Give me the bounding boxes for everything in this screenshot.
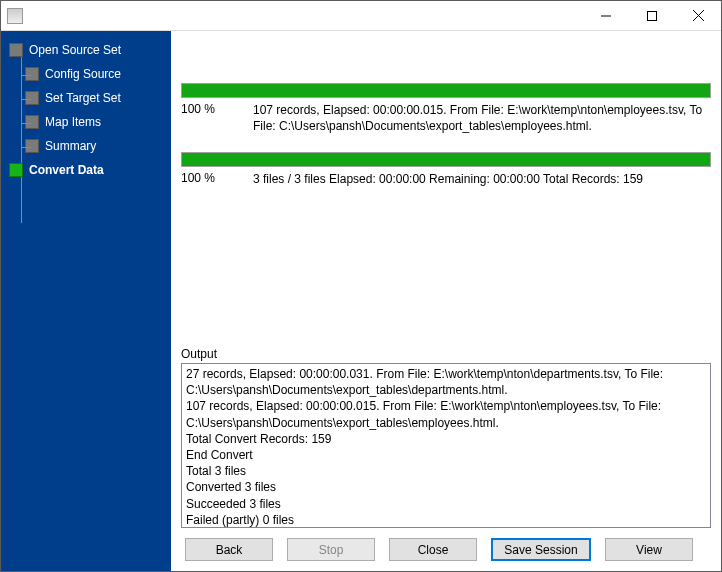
nav-label: Set Target Set [45,91,121,105]
close-window-button[interactable] [675,1,721,31]
nav-label: Open Source Set [29,43,121,57]
nav-open-source-set[interactable]: Open Source Set [9,43,163,57]
nav-map-items[interactable]: Map Items [25,115,163,129]
file-progress-text: 107 records, Elapsed: 00:00:00.015. From… [253,102,711,134]
progress-section: 100 % 107 records, Elapsed: 00:00:00.015… [181,83,711,206]
output-line: 107 records, Elapsed: 00:00:00.015. From… [186,398,706,430]
file-progress-row: 100 % 107 records, Elapsed: 00:00:00.015… [181,102,711,134]
step-box-icon [9,43,23,57]
output-line: Succeeded 3 files [186,496,706,512]
file-progress-percent: 100 % [181,102,253,116]
step-box-icon [9,163,23,177]
nav-label: Convert Data [29,163,104,177]
close-button[interactable]: Close [389,538,477,561]
main-panel: 100 % 107 records, Elapsed: 00:00:00.015… [171,31,721,571]
overall-progress-bar [181,152,711,167]
step-box-icon [25,139,39,153]
output-line: Converted 3 files [186,479,706,495]
sidebar: Open Source Set Config Source Set Target… [1,31,171,571]
output-line: Total 3 files [186,463,706,479]
nav-label: Map Items [45,115,101,129]
svg-rect-1 [648,11,657,20]
nav-label: Config Source [45,67,121,81]
save-session-button[interactable]: Save Session [491,538,591,561]
nav-set-target-set[interactable]: Set Target Set [25,91,163,105]
step-box-icon [25,115,39,129]
overall-progress-text: 3 files / 3 files Elapsed: 00:00:00 Rema… [253,171,711,187]
nav-summary[interactable]: Summary [25,139,163,153]
nav-config-source[interactable]: Config Source [25,67,163,81]
nav-label: Summary [45,139,96,153]
output-textarea[interactable]: 27 records, Elapsed: 00:00:00.031. From … [181,363,711,528]
titlebar [1,1,721,31]
app-icon [7,8,23,24]
output-line: 27 records, Elapsed: 00:00:00.031. From … [186,366,706,398]
output-line: End Convert [186,447,706,463]
window-controls [583,1,721,31]
output-line: Total Convert Records: 159 [186,431,706,447]
output-line: Failed (partly) 0 files [186,512,706,528]
button-row: Back Stop Close Save Session View [181,538,711,561]
overall-progress-row: 100 % 3 files / 3 files Elapsed: 00:00:0… [181,171,711,187]
content-area: Open Source Set Config Source Set Target… [1,31,721,571]
minimize-button[interactable] [583,1,629,31]
nav-convert-data[interactable]: Convert Data [9,163,163,177]
back-button[interactable]: Back [185,538,273,561]
step-box-icon [25,67,39,81]
stop-button: Stop [287,538,375,561]
maximize-button[interactable] [629,1,675,31]
step-box-icon [25,91,39,105]
file-progress-bar [181,83,711,98]
output-label: Output [181,337,711,361]
tree-connector [21,53,22,223]
view-button[interactable]: View [605,538,693,561]
overall-progress-percent: 100 % [181,171,253,185]
